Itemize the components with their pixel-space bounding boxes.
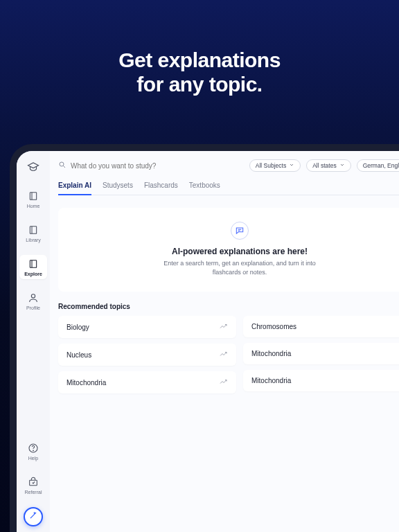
profile-icon — [27, 292, 39, 304]
search-field[interactable] — [58, 159, 244, 172]
marketing-headline: Get explanations for any topic. — [0, 0, 399, 96]
topic-card[interactable]: Mitochondria — [243, 343, 399, 364]
headline-line-1: Get explanations — [0, 48, 399, 73]
topic-card[interactable]: Biology — [58, 316, 236, 338]
topic-card[interactable]: Nucleus — [58, 344, 236, 366]
sidebar-item-home[interactable]: Home — [19, 187, 47, 211]
svg-point-5 — [33, 450, 34, 451]
magic-wand-icon — [28, 511, 38, 523]
filter-states[interactable]: All states — [306, 159, 351, 172]
svg-rect-6 — [30, 480, 37, 485]
explore-icon — [27, 258, 39, 270]
graduation-cap-icon[interactable] — [27, 161, 39, 173]
sidebar-item-label: Help — [28, 456, 38, 461]
tab-studysets[interactable]: Studysets — [103, 179, 133, 195]
filter-label: All Subjects — [256, 162, 286, 169]
toolbar: All Subjects All states German, English — [58, 159, 399, 172]
svg-rect-1 — [30, 227, 36, 234]
main-content: All Subjects All states German, English … — [50, 151, 399, 532]
recommended-title: Recommended topics — [58, 303, 399, 310]
sidebar-item-label: Library — [26, 238, 40, 242]
sidebar-item-explore[interactable]: Explore — [19, 255, 47, 279]
recommended-grid: Biology Nucleus Mitochondria Chromosomes… — [58, 316, 399, 393]
svg-rect-0 — [30, 193, 36, 200]
search-icon — [58, 159, 66, 172]
topic-label: Chromosomes — [251, 323, 296, 330]
explain-hero-title: AI-powered explanations are here! — [66, 247, 399, 256]
help-icon — [27, 442, 39, 454]
topic-label: Nucleus — [66, 351, 91, 359]
trend-up-icon — [220, 351, 228, 359]
svg-point-3 — [31, 294, 35, 298]
tab-textbooks[interactable]: Textbooks — [189, 179, 220, 195]
sidebar-item-referral[interactable]: Referral — [19, 473, 47, 497]
library-icon — [27, 224, 39, 236]
explain-hero-panel: AI-powered explanations are here! Enter … — [58, 208, 399, 292]
chevron-down-icon — [339, 162, 345, 169]
topic-label: Mitochondria — [251, 350, 291, 357]
trend-up-icon — [220, 323, 228, 331]
topic-label: Biology — [66, 323, 89, 331]
filter-languages[interactable]: German, English — [357, 159, 399, 172]
sidebar-item-label: Profile — [26, 305, 40, 310]
explain-hero-subtitle: Enter a search term, get an explanation,… — [150, 259, 330, 276]
filter-label: All states — [312, 162, 337, 169]
topic-card[interactable]: Mitochondria — [58, 371, 236, 393]
chevron-down-icon — [289, 162, 294, 169]
sidebar-item-label: Home — [27, 204, 40, 209]
topic-label: Mitochondria — [251, 377, 291, 384]
book-icon — [27, 190, 39, 202]
sidebar-item-library[interactable]: Library — [19, 221, 47, 245]
topic-label: Mitochondria — [66, 379, 106, 387]
tabs: Explain AI Studysets Flashcards Textbook… — [58, 179, 399, 195]
topic-card[interactable]: Chromosomes — [243, 316, 399, 337]
filter-subjects[interactable]: All Subjects — [249, 159, 301, 172]
app-window: Home Library Explore Profile Help Referr… — [17, 151, 399, 532]
svg-point-7 — [60, 162, 64, 166]
svg-rect-2 — [30, 260, 36, 268]
sidebar: Home Library Explore Profile Help Referr… — [17, 151, 50, 532]
sidebar-item-help[interactable]: Help — [19, 439, 47, 463]
tab-flashcards[interactable]: Flashcards — [144, 179, 178, 195]
magic-fab-button[interactable] — [24, 507, 43, 526]
trend-up-icon — [220, 378, 228, 387]
search-input[interactable] — [71, 162, 244, 170]
tab-explain-ai[interactable]: Explain AI — [58, 179, 91, 195]
sidebar-item-label: Explore — [24, 272, 42, 276]
sidebar-item-label: Referral — [25, 490, 42, 495]
chat-ai-icon — [231, 222, 249, 240]
referral-icon — [27, 476, 39, 488]
sidebar-item-profile[interactable]: Profile — [19, 289, 47, 313]
filter-label: German, English — [363, 162, 399, 169]
headline-line-2: for any topic. — [0, 73, 399, 97]
topic-card[interactable]: Mitochondria — [243, 370, 399, 391]
